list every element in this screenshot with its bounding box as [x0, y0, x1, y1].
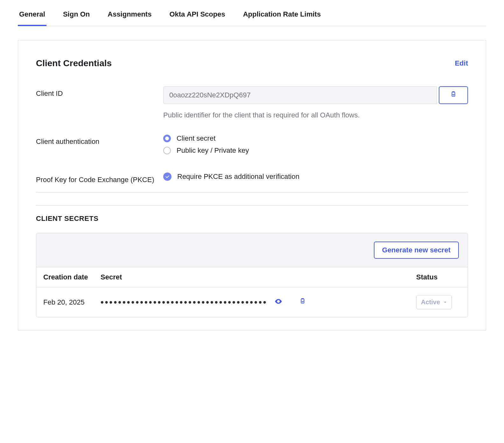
generate-new-secret-button[interactable]: Generate new secret — [374, 242, 459, 259]
checkbox-checked-icon — [163, 172, 172, 181]
client-id-label: Client ID — [36, 86, 163, 98]
divider — [36, 192, 468, 193]
client-id-input[interactable] — [163, 86, 437, 104]
tabs-nav: General Sign On Assignments Okta API Sco… — [18, 0, 486, 26]
auth-option-label: Client secret — [177, 134, 215, 143]
col-header-status: Status — [416, 273, 461, 281]
tab-general[interactable]: General — [18, 8, 46, 26]
clipboard-icon — [299, 298, 306, 307]
tab-application-rate-limits[interactable]: Application Rate Limits — [242, 8, 322, 26]
client-id-row: Client ID Public identifier — [36, 86, 468, 120]
radio-selected-icon — [163, 135, 171, 142]
pkce-checkbox[interactable]: Require PKCE as additional verification — [163, 172, 468, 181]
caret-down-icon — [443, 299, 447, 306]
secret-masked-value: •••••••••••••••••••••••••••••••••••••• — [101, 297, 268, 307]
client-credentials-card: Client Credentials Edit Client ID — [18, 40, 486, 330]
edit-button[interactable]: Edit — [455, 59, 468, 67]
client-secrets-panel: Generate new secret Creation date Secret… — [36, 233, 468, 317]
pkce-row: Proof Key for Code Exchange (PKCE) Requi… — [36, 172, 468, 185]
card-title: Client Credentials — [36, 58, 112, 68]
svg-point-1 — [277, 300, 279, 302]
auth-option-public-private-key[interactable]: Public key / Private key — [163, 146, 468, 155]
clipboard-icon — [450, 91, 457, 99]
reveal-secret-button[interactable] — [274, 298, 283, 307]
tab-assignments[interactable]: Assignments — [106, 8, 153, 26]
pkce-checkbox-label: Require PKCE as additional verification — [177, 172, 299, 181]
client-secrets-title: CLIENT SECRETS — [36, 214, 468, 223]
auth-option-client-secret[interactable]: Client secret — [163, 134, 468, 143]
auth-option-label: Public key / Private key — [177, 146, 249, 155]
secrets-table-header: Creation date Secret Status — [36, 267, 468, 287]
table-row: Feb 20, 2025 •••••••••••••••••••••••••••… — [36, 287, 468, 317]
client-auth-label: Client authentication — [36, 134, 163, 146]
client-auth-row: Client authentication Client secret Publ… — [36, 134, 468, 158]
radio-unselected-icon — [163, 147, 171, 154]
tab-okta-api-scopes[interactable]: Okta API Scopes — [168, 8, 226, 26]
copy-secret-button[interactable] — [298, 298, 307, 307]
divider — [36, 205, 468, 206]
copy-client-id-button[interactable] — [439, 86, 468, 104]
secret-creation-date: Feb 20, 2025 — [43, 298, 101, 306]
pkce-label: Proof Key for Code Exchange (PKCE) — [36, 172, 163, 184]
tab-sign-on[interactable]: Sign On — [62, 8, 91, 26]
secret-status-select[interactable]: Active — [416, 295, 452, 309]
col-header-creation-date: Creation date — [43, 273, 101, 281]
eye-icon — [274, 297, 283, 307]
secrets-toolbar: Generate new secret — [36, 233, 468, 267]
col-header-secret: Secret — [101, 273, 416, 281]
client-id-help: Public identifier for the client that is… — [163, 110, 468, 120]
status-value: Active — [421, 299, 440, 306]
